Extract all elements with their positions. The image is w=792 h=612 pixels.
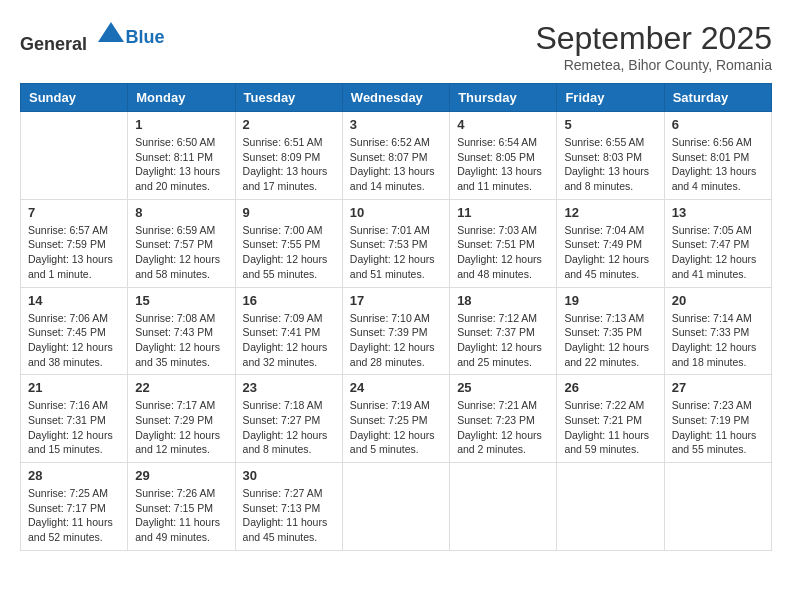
day-info: Sunrise: 7:13 AM Sunset: 7:35 PM Dayligh… [564, 311, 656, 370]
day-info: Sunrise: 6:51 AM Sunset: 8:09 PM Dayligh… [243, 135, 335, 194]
header-row: SundayMondayTuesdayWednesdayThursdayFrid… [21, 84, 772, 112]
day-info: Sunrise: 7:05 AM Sunset: 7:47 PM Dayligh… [672, 223, 764, 282]
day-info: Sunrise: 6:59 AM Sunset: 7:57 PM Dayligh… [135, 223, 227, 282]
day-number: 19 [564, 293, 656, 308]
day-info: Sunrise: 7:21 AM Sunset: 7:23 PM Dayligh… [457, 398, 549, 457]
day-number: 26 [564, 380, 656, 395]
day-number: 9 [243, 205, 335, 220]
calendar-cell: 12Sunrise: 7:04 AM Sunset: 7:49 PM Dayli… [557, 199, 664, 287]
day-number: 18 [457, 293, 549, 308]
calendar-cell: 25Sunrise: 7:21 AM Sunset: 7:23 PM Dayli… [450, 375, 557, 463]
day-info: Sunrise: 7:22 AM Sunset: 7:21 PM Dayligh… [564, 398, 656, 457]
calendar-cell [342, 463, 449, 551]
calendar-table: SundayMondayTuesdayWednesdayThursdayFrid… [20, 83, 772, 551]
calendar-cell: 14Sunrise: 7:06 AM Sunset: 7:45 PM Dayli… [21, 287, 128, 375]
day-info: Sunrise: 6:52 AM Sunset: 8:07 PM Dayligh… [350, 135, 442, 194]
day-info: Sunrise: 6:54 AM Sunset: 8:05 PM Dayligh… [457, 135, 549, 194]
day-number: 22 [135, 380, 227, 395]
logo-blue-text: Blue [126, 27, 165, 47]
calendar-cell: 5Sunrise: 6:55 AM Sunset: 8:03 PM Daylig… [557, 112, 664, 200]
calendar-cell [664, 463, 771, 551]
day-number: 27 [672, 380, 764, 395]
calendar-cell: 21Sunrise: 7:16 AM Sunset: 7:31 PM Dayli… [21, 375, 128, 463]
calendar-cell: 3Sunrise: 6:52 AM Sunset: 8:07 PM Daylig… [342, 112, 449, 200]
col-header-monday: Monday [128, 84, 235, 112]
day-number: 1 [135, 117, 227, 132]
day-number: 12 [564, 205, 656, 220]
calendar-cell: 20Sunrise: 7:14 AM Sunset: 7:33 PM Dayli… [664, 287, 771, 375]
col-header-saturday: Saturday [664, 84, 771, 112]
week-row-5: 28Sunrise: 7:25 AM Sunset: 7:17 PM Dayli… [21, 463, 772, 551]
day-info: Sunrise: 7:03 AM Sunset: 7:51 PM Dayligh… [457, 223, 549, 282]
calendar-cell: 24Sunrise: 7:19 AM Sunset: 7:25 PM Dayli… [342, 375, 449, 463]
day-info: Sunrise: 7:00 AM Sunset: 7:55 PM Dayligh… [243, 223, 335, 282]
day-info: Sunrise: 7:26 AM Sunset: 7:15 PM Dayligh… [135, 486, 227, 545]
calendar-cell: 18Sunrise: 7:12 AM Sunset: 7:37 PM Dayli… [450, 287, 557, 375]
title-area: September 2025 Remetea, Bihor County, Ro… [535, 20, 772, 73]
day-number: 8 [135, 205, 227, 220]
col-header-tuesday: Tuesday [235, 84, 342, 112]
day-number: 2 [243, 117, 335, 132]
calendar-cell [450, 463, 557, 551]
calendar-cell [21, 112, 128, 200]
day-number: 16 [243, 293, 335, 308]
day-number: 3 [350, 117, 442, 132]
day-info: Sunrise: 7:01 AM Sunset: 7:53 PM Dayligh… [350, 223, 442, 282]
calendar-cell [557, 463, 664, 551]
day-info: Sunrise: 7:12 AM Sunset: 7:37 PM Dayligh… [457, 311, 549, 370]
header: General Blue September 2025 Remetea, Bih… [20, 20, 772, 73]
logo-icon [96, 20, 126, 50]
day-info: Sunrise: 7:08 AM Sunset: 7:43 PM Dayligh… [135, 311, 227, 370]
calendar-cell: 9Sunrise: 7:00 AM Sunset: 7:55 PM Daylig… [235, 199, 342, 287]
month-title: September 2025 [535, 20, 772, 57]
calendar-cell: 7Sunrise: 6:57 AM Sunset: 7:59 PM Daylig… [21, 199, 128, 287]
calendar-cell: 22Sunrise: 7:17 AM Sunset: 7:29 PM Dayli… [128, 375, 235, 463]
day-number: 30 [243, 468, 335, 483]
day-number: 20 [672, 293, 764, 308]
calendar-cell: 4Sunrise: 6:54 AM Sunset: 8:05 PM Daylig… [450, 112, 557, 200]
calendar-cell: 6Sunrise: 6:56 AM Sunset: 8:01 PM Daylig… [664, 112, 771, 200]
day-info: Sunrise: 7:06 AM Sunset: 7:45 PM Dayligh… [28, 311, 120, 370]
calendar-cell: 27Sunrise: 7:23 AM Sunset: 7:19 PM Dayli… [664, 375, 771, 463]
day-number: 17 [350, 293, 442, 308]
calendar-cell: 13Sunrise: 7:05 AM Sunset: 7:47 PM Dayli… [664, 199, 771, 287]
calendar-cell: 19Sunrise: 7:13 AM Sunset: 7:35 PM Dayli… [557, 287, 664, 375]
day-info: Sunrise: 7:19 AM Sunset: 7:25 PM Dayligh… [350, 398, 442, 457]
day-info: Sunrise: 7:16 AM Sunset: 7:31 PM Dayligh… [28, 398, 120, 457]
col-header-sunday: Sunday [21, 84, 128, 112]
week-row-3: 14Sunrise: 7:06 AM Sunset: 7:45 PM Dayli… [21, 287, 772, 375]
day-info: Sunrise: 7:27 AM Sunset: 7:13 PM Dayligh… [243, 486, 335, 545]
day-info: Sunrise: 7:04 AM Sunset: 7:49 PM Dayligh… [564, 223, 656, 282]
day-number: 10 [350, 205, 442, 220]
day-info: Sunrise: 6:56 AM Sunset: 8:01 PM Dayligh… [672, 135, 764, 194]
col-header-friday: Friday [557, 84, 664, 112]
calendar-cell: 1Sunrise: 6:50 AM Sunset: 8:11 PM Daylig… [128, 112, 235, 200]
day-number: 21 [28, 380, 120, 395]
calendar-cell: 8Sunrise: 6:59 AM Sunset: 7:57 PM Daylig… [128, 199, 235, 287]
day-number: 24 [350, 380, 442, 395]
calendar-cell: 30Sunrise: 7:27 AM Sunset: 7:13 PM Dayli… [235, 463, 342, 551]
day-number: 25 [457, 380, 549, 395]
day-info: Sunrise: 6:55 AM Sunset: 8:03 PM Dayligh… [564, 135, 656, 194]
day-number: 7 [28, 205, 120, 220]
day-info: Sunrise: 7:25 AM Sunset: 7:17 PM Dayligh… [28, 486, 120, 545]
day-number: 14 [28, 293, 120, 308]
day-info: Sunrise: 7:23 AM Sunset: 7:19 PM Dayligh… [672, 398, 764, 457]
col-header-wednesday: Wednesday [342, 84, 449, 112]
logo: General Blue [20, 20, 165, 55]
calendar-cell: 10Sunrise: 7:01 AM Sunset: 7:53 PM Dayli… [342, 199, 449, 287]
calendar-cell: 28Sunrise: 7:25 AM Sunset: 7:17 PM Dayli… [21, 463, 128, 551]
day-number: 4 [457, 117, 549, 132]
day-number: 13 [672, 205, 764, 220]
week-row-2: 7Sunrise: 6:57 AM Sunset: 7:59 PM Daylig… [21, 199, 772, 287]
week-row-1: 1Sunrise: 6:50 AM Sunset: 8:11 PM Daylig… [21, 112, 772, 200]
calendar-cell: 15Sunrise: 7:08 AM Sunset: 7:43 PM Dayli… [128, 287, 235, 375]
calendar-cell: 11Sunrise: 7:03 AM Sunset: 7:51 PM Dayli… [450, 199, 557, 287]
day-info: Sunrise: 7:17 AM Sunset: 7:29 PM Dayligh… [135, 398, 227, 457]
day-info: Sunrise: 6:57 AM Sunset: 7:59 PM Dayligh… [28, 223, 120, 282]
day-info: Sunrise: 7:10 AM Sunset: 7:39 PM Dayligh… [350, 311, 442, 370]
logo-general-text: General [20, 34, 87, 54]
day-number: 29 [135, 468, 227, 483]
day-number: 23 [243, 380, 335, 395]
day-number: 5 [564, 117, 656, 132]
